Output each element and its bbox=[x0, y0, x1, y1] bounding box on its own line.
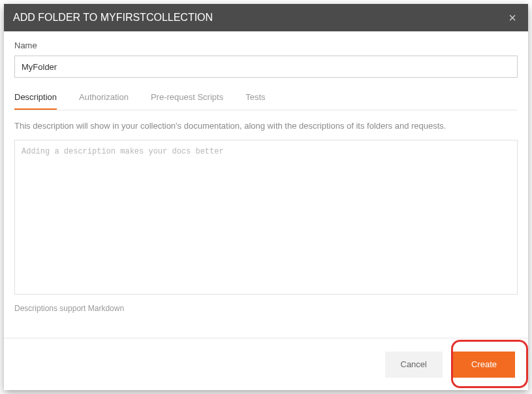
close-icon: × bbox=[509, 10, 516, 25]
tab-description[interactable]: Description bbox=[14, 92, 57, 110]
create-button[interactable]: Create bbox=[453, 352, 515, 378]
modal-footer: Cancel Create bbox=[4, 338, 528, 390]
cancel-button[interactable]: Cancel bbox=[385, 352, 443, 378]
tab-content-description: This description will show in your colle… bbox=[4, 110, 528, 323]
close-button[interactable]: × bbox=[506, 8, 519, 27]
description-helper-text: This description will show in your colle… bbox=[14, 121, 518, 131]
add-folder-modal: ADD FOLDER TO MYFIRSTCOLLECTION × Name D… bbox=[4, 4, 528, 390]
markdown-note: Descriptions support Markdown bbox=[14, 304, 518, 313]
modal-title: ADD FOLDER TO MYFIRSTCOLLECTION bbox=[13, 12, 213, 24]
name-input[interactable] bbox=[14, 56, 518, 78]
tab-tests[interactable]: Tests bbox=[245, 92, 265, 110]
description-textarea[interactable] bbox=[14, 140, 518, 295]
tabs: Description Authorization Pre-request Sc… bbox=[14, 92, 518, 110]
tab-pre-request-scripts[interactable]: Pre-request Scripts bbox=[151, 92, 223, 110]
tab-authorization[interactable]: Authorization bbox=[79, 92, 129, 110]
name-label: Name bbox=[14, 41, 518, 50]
modal-titlebar: ADD FOLDER TO MYFIRSTCOLLECTION × bbox=[4, 4, 528, 31]
